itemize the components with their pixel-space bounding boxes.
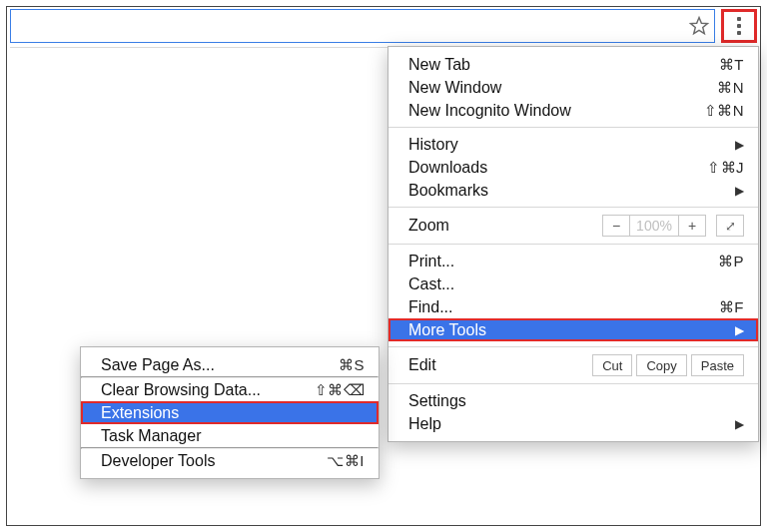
submenu-arrow-icon: ▶	[735, 138, 744, 152]
zoom-controls: − 100% +	[602, 215, 706, 237]
fullscreen-button[interactable]: ⤢	[716, 215, 744, 237]
toolbar	[10, 9, 757, 43]
submenu-arrow-icon: ▶	[735, 184, 744, 198]
menu-label: Zoom	[408, 217, 602, 235]
menu-new-window[interactable]: New Window ⌘N	[388, 76, 758, 99]
submenu-developer-tools[interactable]: Developer Tools ⌥⌘I	[81, 449, 379, 472]
submenu-save-page-as[interactable]: Save Page As... ⌘S	[81, 353, 379, 376]
menu-label: Find...	[408, 298, 719, 316]
shortcut: ⌘P	[718, 253, 744, 270]
zoom-out-button[interactable]: −	[602, 215, 630, 237]
submenu-task-manager[interactable]: Task Manager	[81, 424, 379, 447]
menu-zoom: Zoom − 100% + ⤢	[388, 213, 758, 239]
bookmark-star-icon[interactable]	[688, 15, 710, 37]
menu-settings[interactable]: Settings	[388, 389, 758, 412]
chrome-menu: New Tab ⌘T New Window ⌘N New Incognito W…	[387, 46, 759, 442]
more-tools-submenu: Save Page As... ⌘S Clear Browsing Data..…	[80, 346, 380, 479]
shortcut: ⌘S	[339, 356, 365, 374]
edit-copy-button[interactable]: Copy	[636, 354, 686, 376]
menu-label: Cast...	[408, 275, 744, 293]
shortcut: ⇧⌘N	[704, 102, 744, 120]
menu-label: Downloads	[408, 159, 707, 177]
more-vertical-icon	[737, 17, 741, 35]
zoom-in-button[interactable]: +	[678, 215, 706, 237]
menu-label: Clear Browsing Data...	[101, 381, 315, 399]
menu-new-tab[interactable]: New Tab ⌘T	[388, 53, 758, 76]
url-input[interactable]	[10, 9, 715, 43]
menu-downloads[interactable]: Downloads ⇧⌘J	[388, 156, 758, 179]
shortcut: ⌘N	[717, 79, 744, 97]
submenu-arrow-icon: ▶	[735, 323, 744, 337]
menu-label: Print...	[408, 253, 718, 270]
shortcut: ⇧⌘J	[707, 159, 744, 177]
menu-label: More Tools	[408, 321, 727, 339]
submenu-clear-browsing-data[interactable]: Clear Browsing Data... ⇧⌘⌫	[81, 378, 379, 401]
menu-help[interactable]: Help ▶	[388, 412, 758, 435]
shortcut: ⌘T	[719, 56, 744, 74]
menu-bookmarks[interactable]: Bookmarks ▶	[388, 179, 758, 202]
menu-history[interactable]: History ▶	[388, 133, 758, 156]
chrome-menu-button[interactable]	[721, 9, 757, 43]
fullscreen-icon: ⤢	[725, 219, 736, 234]
shortcut: ⌥⌘I	[327, 452, 365, 470]
menu-label: Task Manager	[101, 427, 365, 445]
zoom-value: 100%	[630, 215, 678, 237]
menu-label: Save Page As...	[101, 356, 339, 374]
submenu-arrow-icon: ▶	[735, 417, 744, 431]
menu-label: New Incognito Window	[408, 102, 704, 120]
menu-label: New Tab	[408, 56, 719, 74]
shortcut: ⇧⌘⌫	[315, 381, 366, 399]
menu-label: Help	[408, 415, 727, 433]
menu-edit: Edit Cut Copy Paste	[388, 352, 758, 378]
menu-label: Settings	[408, 392, 744, 410]
edit-cut-button[interactable]: Cut	[592, 354, 632, 376]
menu-new-incognito[interactable]: New Incognito Window ⇧⌘N	[388, 99, 758, 122]
menu-label: Bookmarks	[408, 182, 727, 200]
menu-label: Edit	[408, 356, 592, 374]
shortcut: ⌘F	[719, 298, 744, 316]
menu-label: History	[408, 136, 727, 154]
menu-label: New Window	[408, 79, 717, 97]
svg-marker-0	[691, 18, 708, 34]
menu-find[interactable]: Find... ⌘F	[388, 295, 758, 318]
menu-label: Developer Tools	[101, 452, 327, 470]
edit-paste-button[interactable]: Paste	[691, 354, 744, 376]
submenu-extensions[interactable]: Extensions	[81, 401, 379, 424]
menu-label: Extensions	[101, 404, 365, 422]
menu-cast[interactable]: Cast...	[388, 272, 758, 295]
menu-more-tools[interactable]: More Tools ▶	[388, 318, 758, 341]
menu-print[interactable]: Print... ⌘P	[388, 250, 758, 272]
